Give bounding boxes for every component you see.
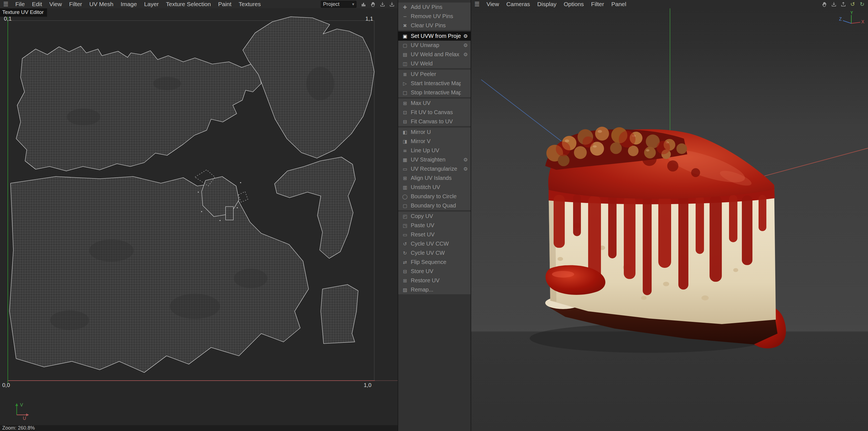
undo-view-icon[interactable]: ↺ [848,0,858,8]
uv-menu-item-icon: − [402,13,408,19]
uv-menu-item-max-uv[interactable]: ⊞ Max UV ⚙ [398,98,471,108]
uv-menu-item-uv-weld[interactable]: ◫ UV Weld ⚙ [398,59,471,68]
uv-menu-item-stop-interactive-mapping[interactable]: □ Stop Interactive Mapping ⚙ [398,88,471,97]
uv-menu-item-label: Reset UV [411,232,461,238]
load-image-icon[interactable] [378,0,387,8]
project-dropdown[interactable]: Project ▾ [321,1,356,8]
gear-icon[interactable]: ⚙ [463,166,468,172]
uv-island[interactable] [321,284,358,344]
uv-menu-item-clear-uv-pins[interactable]: ✖ Clear UV Pins ⚙ [398,21,471,30]
pan-hand-icon[interactable] [819,0,829,8]
uv-menu-item-mirror-u[interactable]: ◧ Mirror U ⚙ [398,127,471,137]
uv-menu-item-remove-uv-pins[interactable]: − Remove UV Pins ⚙ [398,12,471,21]
uv-menu-item-store-uv[interactable]: ⊟ Store UV ⚙ [398,267,471,276]
viewport-menu-panel[interactable]: Panel [608,0,630,8]
uv-menu-item-set-uvw-from-projection[interactable]: ▣ Set UVW from Projection ⚙ [398,31,471,41]
uv-menu-item-fit-uv-to-canvas[interactable]: ⊡ Fit UV to Canvas ⚙ [398,108,471,117]
uv-menu-item-label: Add UV Pins [411,4,461,10]
save-image-icon[interactable] [387,0,397,8]
uv-menu-item-icon: ▣ [402,33,408,39]
panel-divider[interactable] [398,0,398,431]
application-window: Texture UV Editor 0,1 1,1 0,0 1,0 V U Zo… [0,0,868,431]
uv-zoom-indicator: Zoom: 260.8% [0,425,398,431]
uv-menu-item-icon: ▨ [402,287,408,293]
uv-menu-item-fit-canvas-to-uv[interactable]: ⊟ Fit Canvas to UV ⚙ [398,117,471,126]
load-view-icon[interactable] [838,0,848,8]
uv-menu-item-uv-rectangularize[interactable]: ▭ UV Rectangularize ⚙ [398,164,471,174]
uv-menu-item-uv-weld-and-relax[interactable]: ▤ UV Weld and Relax ⚙ [398,50,471,59]
uv-gizmo-u-label: U [23,416,26,421]
uv-menu-item-uv-peeler[interactable]: ≣ UV Peeler ⚙ [398,70,471,79]
redo-view-icon[interactable]: ↻ [858,0,867,8]
uv-menu-item-label: Fit UV to Canvas [411,109,461,116]
viewport-3d[interactable]: Y Z X [471,8,868,431]
menu-layer[interactable]: Layer [141,0,163,8]
panel-divider[interactable] [471,0,471,431]
menu-uv-mesh[interactable]: UV Mesh [86,0,117,8]
gear-icon[interactable]: ⚙ [463,33,468,39]
uv-canvas[interactable] [0,0,398,431]
uv-menu-item-cycle-uv-ccw[interactable]: ↺ Cycle UV CCW ⚙ [398,239,471,248]
menu-view[interactable]: View [46,0,65,8]
uv-menu-item-label: Fit Canvas to UV [411,118,461,125]
gear-icon[interactable]: ⚙ [463,52,468,57]
uv-menu-item-copy-uv[interactable]: ◰ Copy UV ⚙ [398,212,471,221]
uv-menu-item-icon: ⊞ [402,176,408,181]
uv-menu-item-cycle-uv-cw[interactable]: ↻ Cycle UV CW ⚙ [398,248,471,257]
viewport-toolbar: ↺ ↻ [819,0,868,8]
uv-island[interactable] [225,207,234,220]
uv-menu-item-label: UV Peeler [411,71,461,78]
hamburger-menu-icon[interactable]: ☰ [0,1,12,7]
project-dropdown-value: Project [323,1,339,7]
uv-menu-item-unstitch-uv[interactable]: ▥ Unstitch UV ⚙ [398,183,471,192]
uv-menu-item-align-uv-islands[interactable]: ⊞ Align UV Islands ⚙ [398,174,471,183]
uv-menu-item-mirror-v[interactable]: ◨ Mirror V ⚙ [398,137,471,146]
uv-menu-item-label: Set UVW from Projection [411,33,461,39]
viewport-menu-display[interactable]: Display [533,0,560,8]
menu-filter[interactable]: Filter [65,0,86,8]
uv-menu-item-label: Start Interactive Mapping [411,80,461,87]
viewport-menu-filter[interactable]: Filter [588,0,608,8]
main-menubar: ☰ File Edit View Filter UV Mesh Image La… [0,0,398,8]
uv-menu-item-label: UV Weld [411,60,461,67]
uv-menu-item-boundary-to-circle[interactable]: ◯ Boundary to Circle ⚙ [398,192,471,201]
uv-menu-item-icon: ◫ [402,61,408,66]
viewport-menu-cameras[interactable]: Cameras [503,0,533,8]
uv-menu-item-line-up-uv[interactable]: ≡ Line Up UV ⚙ [398,146,471,155]
save-view-icon[interactable] [829,0,838,8]
uv-menu-item-label: Remove UV Pins [411,13,461,20]
uv-menu-item-remap[interactable]: ▨ Remap... ⚙ [398,285,471,294]
menu-file[interactable]: File [12,0,28,8]
uv-menu-item-boundary-to-quad[interactable]: ▢ Boundary to Quad ⚙ [398,201,471,210]
main-menu-items: File Edit View Filter UV Mesh Image Laye… [12,0,264,8]
cheesecake-model[interactable] [530,127,786,353]
menu-textures[interactable]: Textures [235,0,264,8]
uv-menu-item-label: Paste UV [411,222,461,228]
hamburger-menu-icon[interactable]: ☰ [471,1,483,7]
uv-menu-item-label: Cycle UV CCW [411,241,461,247]
viewport-menu-view[interactable]: View [483,0,503,8]
uv-menu-item-icon: ⊞ [402,100,408,106]
uv-menu-item-flip-sequence[interactable]: ⇄ Flip Sequence ⚙ [398,257,471,267]
viewport-menu-items: View Cameras Display Options Filter Pane… [483,0,630,8]
uv-menu-item-add-uv-pins[interactable]: ✚ Add UV Pins ⚙ [398,2,471,12]
uv-menu-item-label: Line Up UV [411,147,461,154]
uv-menu-item-uv-straighten[interactable]: ▦ UV Straighten ⚙ [398,155,471,164]
pan-hand-icon[interactable] [368,0,378,8]
uv-menu-item-reset-uv[interactable]: ▭ Reset UV ⚙ [398,230,471,239]
uv-menu-item-label: Boundary to Quad [411,203,461,209]
viewport-menu-options[interactable]: Options [560,0,587,8]
menu-texture-selection[interactable]: Texture Selection [162,0,214,8]
histogram-icon[interactable] [359,0,368,8]
gear-icon[interactable]: ⚙ [463,157,468,163]
menu-image[interactable]: Image [117,0,141,8]
uv-menu-item-label: Align UV Islands [411,175,461,181]
orientation-gizmo[interactable]: Y Z X [838,11,865,29]
menu-paint[interactable]: Paint [214,0,235,8]
gear-icon[interactable]: ⚙ [463,42,468,48]
uv-menu-item-start-interactive-mapping[interactable]: ▷ Start Interactive Mapping ⚙ [398,79,471,88]
uv-menu-item-uv-unwrap[interactable]: ▢ UV Unwrap ⚙ [398,41,471,50]
menu-edit[interactable]: Edit [28,0,46,8]
uv-menu-item-restore-uv[interactable]: ⊞ Restore UV ⚙ [398,276,471,285]
uv-menu-item-paste-uv[interactable]: ◳ Paste UV ⚙ [398,221,471,230]
